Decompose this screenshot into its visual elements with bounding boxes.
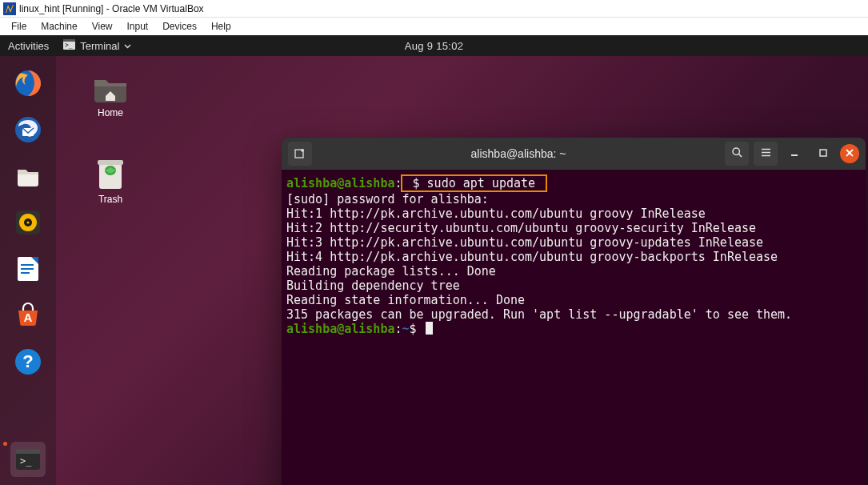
terminal-headerbar[interactable]: alishba@alishba: ~ [282,138,866,170]
desktop-icon-home[interactable]: Home [80,72,141,118]
svg-text:>_: >_ [65,42,73,49]
svg-point-24 [733,148,739,154]
trash-icon [92,158,129,190]
term-line: Hit:2 http://security.ubuntu.com/ubuntu … [286,221,756,235]
desktop-icon-home-label: Home [80,107,141,118]
term-line: Hit:4 http://pk.archive.ubuntu.com/ubunt… [286,250,778,264]
svg-rect-12 [21,264,34,266]
svg-text:A: A [24,311,33,324]
dock-item-thunderbird[interactable] [10,112,46,147]
dock-item-files[interactable] [10,158,46,194]
close-button[interactable] [840,144,859,163]
maximize-button[interactable] [811,142,835,166]
maximize-icon [818,147,829,161]
desktop-icon-trash-label: Trash [80,194,141,205]
term-line: Reading package lists... Done [286,264,496,279]
dock: A ? >_ [0,56,56,485]
virtualbox-title: linux_hint [Running] - Oracle VM Virtual… [19,3,204,14]
topbar-app-menu[interactable]: >_ Terminal [63,39,131,52]
svg-rect-27 [820,150,826,156]
term-line: Hit:1 http://pk.archive.ubuntu.com/ubunt… [286,206,706,221]
dock-item-help[interactable]: ? [10,344,46,379]
close-icon [845,148,854,160]
activities-button[interactable]: Activities [8,40,49,52]
desktop-icon-trash[interactable]: Trash [80,158,141,205]
svg-rect-14 [21,272,30,274]
minimize-icon [789,147,800,161]
chevron-down-icon [124,40,131,52]
term-line: Hit:3 http://pk.archive.ubuntu.com/ubunt… [286,235,763,250]
vb-menu-help[interactable]: Help [205,19,238,34]
running-indicator-dot [3,442,7,446]
folder-home-icon [92,72,129,104]
terminal-icon: >_ [63,39,75,52]
term-line: Building dependency tree [286,279,460,293]
search-icon [731,146,743,161]
dock-item-rhythmbox[interactable] [10,205,46,240]
svg-rect-13 [21,268,34,270]
term-line: [sudo] password for alishba: [286,192,489,206]
terminal-body[interactable]: alishba@alishba: $ sudo apt update [sudo… [282,170,866,485]
prompt-userhost: alishba@alishba [286,176,394,190]
highlighted-command: $ sudo apt update [401,174,548,192]
virtualbox-titlebar: linux_hint [Running] - Oracle VM Virtual… [0,0,868,18]
guest-screen: Activities >_ Terminal Aug 9 15:02 [0,35,868,485]
terminal-cursor [426,322,433,335]
term-line: 315 packages can be upgraded. Run 'apt l… [286,307,792,322]
term-line: Reading state information... Done [286,293,525,307]
dock-item-libreoffice-writer[interactable] [10,251,46,287]
svg-point-10 [27,222,30,224]
svg-line-25 [738,154,742,158]
svg-rect-22 [98,160,123,165]
vb-menu-devices[interactable]: Devices [156,19,203,34]
svg-rect-19 [16,449,40,454]
prompt-path: ~ [402,322,410,336]
svg-text:>_: >_ [20,455,32,467]
virtualbox-icon [3,2,16,15]
vb-menu-view[interactable]: View [86,19,119,34]
topbar-app-label: Terminal [80,40,119,52]
terminal-window[interactable]: alishba@alishba: ~ [282,138,866,485]
new-tab-button[interactable] [288,142,312,166]
dock-item-ubuntu-software[interactable]: A [10,298,46,333]
prompt-dollar: $ [410,322,424,336]
vb-menu-machine[interactable]: Machine [34,19,83,34]
search-button[interactable] [725,142,749,166]
dock-item-terminal[interactable]: >_ [10,442,46,477]
prompt-sep: : [394,322,402,336]
hamburger-menu-button[interactable] [754,142,778,166]
vb-menu-file[interactable]: File [5,19,33,34]
topbar-datetime[interactable]: Aug 9 15:02 [405,40,463,52]
minimize-button[interactable] [782,142,806,166]
gnome-topbar: Activities >_ Terminal Aug 9 15:02 [0,35,868,56]
hamburger-icon [760,146,772,161]
prompt-userhost: alishba@alishba [286,322,394,336]
terminal-title: alishba@alishba: ~ [317,147,720,160]
vb-menu-input[interactable]: Input [121,19,155,34]
svg-text:?: ? [22,351,33,371]
dock-item-firefox[interactable] [10,66,46,101]
virtualbox-menubar: File Machine View Input Devices Help [0,18,868,35]
